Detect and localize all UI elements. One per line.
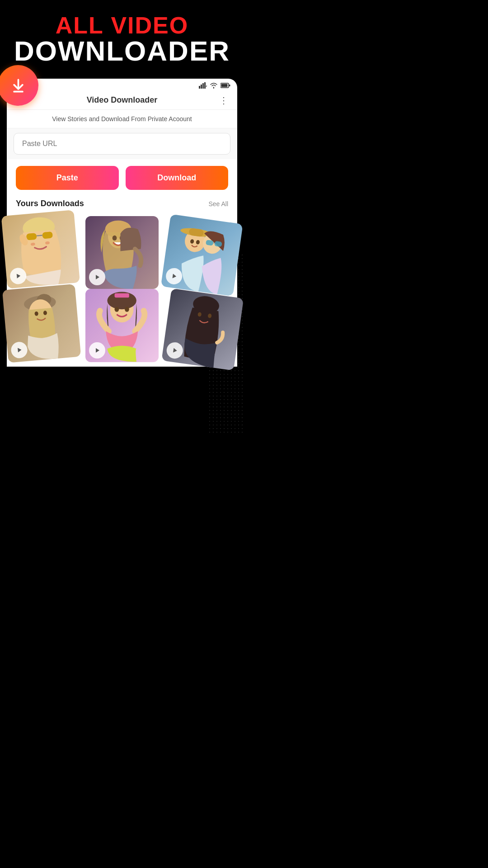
- url-input-wrapper: [7, 128, 237, 159]
- svg-marker-40: [18, 348, 22, 353]
- svg-rect-1: [13, 90, 23, 92]
- svg-marker-24: [96, 275, 99, 279]
- thumbnail-3[interactable]: [160, 214, 243, 297]
- svg-rect-12: [26, 233, 37, 240]
- thumbnail-5[interactable]: [85, 289, 158, 362]
- app-header: Video Downloader ⋮: [7, 92, 237, 110]
- svg-point-45: [125, 307, 129, 312]
- svg-rect-4: [202, 83, 204, 89]
- app-subtitle: View Stories and Download From Private A…: [7, 110, 237, 128]
- status-bar: 4G: [7, 79, 237, 92]
- svg-text:4G: 4G: [206, 85, 207, 88]
- thumbnail-4[interactable]: [2, 284, 81, 363]
- thumbnails-grid-row1: [7, 216, 237, 289]
- phone-card: 4G Video Downloader ⋮ View Stories and D…: [7, 79, 237, 367]
- thumbnail-2[interactable]: [85, 216, 158, 289]
- url-input[interactable]: [14, 133, 230, 155]
- svg-rect-8: [221, 84, 228, 87]
- svg-rect-9: [229, 85, 230, 86]
- thumbnail-6[interactable]: [161, 288, 244, 371]
- svg-marker-18: [17, 274, 21, 278]
- wifi-icon: [210, 82, 218, 90]
- svg-marker-46: [96, 348, 99, 353]
- svg-rect-2: [199, 86, 200, 89]
- title-line2: DOWNLOADER: [9, 37, 235, 65]
- svg-point-21: [113, 236, 117, 241]
- downloads-title: Yours Downloads: [16, 199, 84, 208]
- svg-rect-3: [201, 85, 202, 89]
- see-all-button[interactable]: See All: [208, 200, 228, 208]
- svg-point-44: [115, 307, 119, 312]
- downloads-header: Yours Downloads See All: [16, 199, 228, 208]
- title-part1: ALL VIDEO: [56, 12, 188, 38]
- svg-rect-13: [42, 231, 53, 239]
- menu-button[interactable]: ⋮: [219, 95, 228, 106]
- title-part2: DOWNLOADER: [14, 35, 230, 66]
- battery-icon: [221, 83, 230, 90]
- signal-icon: 4G: [199, 82, 207, 90]
- play-button-5[interactable]: [89, 342, 105, 359]
- header-section: ALL VIDEO DOWNLOADER: [0, 0, 244, 74]
- title-line1: ALL VIDEO: [9, 14, 235, 37]
- paste-button[interactable]: Paste: [16, 166, 119, 190]
- app-title: Video Downloader: [87, 95, 158, 105]
- svg-marker-34: [172, 274, 176, 279]
- svg-marker-51: [173, 348, 177, 353]
- download-button[interactable]: Download: [126, 166, 229, 190]
- thumbnail-1[interactable]: [1, 210, 80, 289]
- svg-rect-43: [115, 293, 129, 298]
- action-buttons: Paste Download: [7, 159, 237, 194]
- svg-line-14: [37, 235, 42, 236]
- thumbnails-grid-row2: [7, 289, 237, 366]
